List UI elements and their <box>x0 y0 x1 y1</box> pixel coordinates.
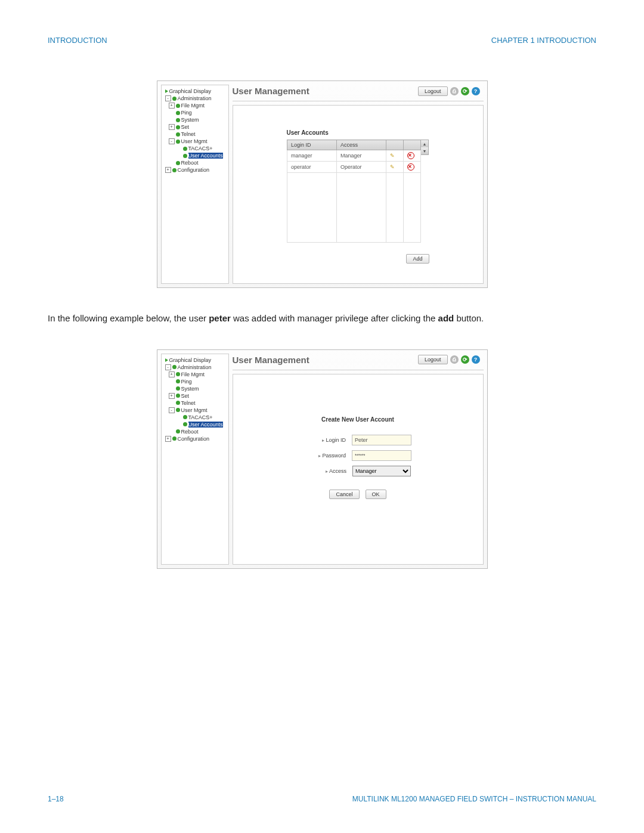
section-title: User Accounts <box>287 129 329 136</box>
page-title: User Management <box>233 86 309 96</box>
delete-icon[interactable]: ✕ <box>407 163 414 171</box>
play-icon <box>165 89 168 93</box>
page-title: User Management <box>233 355 309 365</box>
tree-tacacs[interactable]: TACACS+ <box>182 414 228 421</box>
bullet-icon <box>183 154 187 158</box>
tree-tacacs[interactable]: TACACS+ <box>182 145 228 152</box>
expand-icon[interactable]: + <box>169 393 175 399</box>
tree-telnet[interactable]: Telnet <box>175 131 228 138</box>
bullet-icon <box>183 147 187 151</box>
ok-button[interactable]: OK <box>366 490 386 499</box>
expand-icon[interactable]: + <box>165 436 171 442</box>
tree-system[interactable]: System <box>175 116 228 123</box>
tree-ping[interactable]: Ping <box>175 109 228 116</box>
col-access-header[interactable]: Access <box>337 140 386 150</box>
nav-tree: Graphical Display - Administration + Fil… <box>161 354 229 565</box>
header-right: CHAPTER 1 INTRODUCTION <box>491 36 596 45</box>
scrollbar[interactable]: ▲ ▼ <box>421 140 429 155</box>
help-icon[interactable]: ? <box>472 355 480 364</box>
help-icon[interactable]: ? <box>472 87 480 95</box>
expand-icon[interactable]: + <box>169 103 175 109</box>
bullet-icon <box>176 118 180 122</box>
user-accounts-table: Login ID Access manager Manager ✎ ✕ <box>287 140 421 243</box>
collapse-icon[interactable]: - <box>169 138 175 144</box>
bullet-icon <box>183 415 187 419</box>
tree-set[interactable]: + Set <box>168 392 228 400</box>
tree-administration[interactable]: - Administration <box>164 364 228 371</box>
bullet-icon <box>176 161 180 165</box>
table-empty-space <box>287 173 421 243</box>
refresh-icon[interactable]: ⟳ <box>461 355 469 364</box>
label-password: Password <box>304 453 346 459</box>
access-select[interactable]: Manager <box>352 466 411 476</box>
bullet-icon <box>176 401 180 405</box>
delete-icon[interactable]: ✕ <box>407 152 414 159</box>
tree-telnet[interactable]: Telnet <box>175 400 228 407</box>
tree-user-mgmt[interactable]: - User Mgmt <box>168 407 228 414</box>
table-header-row: Login ID Access <box>287 140 421 150</box>
save-icon[interactable]: ⎙ <box>450 87 459 95</box>
tree-administration[interactable]: - Administration <box>164 95 228 102</box>
bullet-icon <box>176 104 180 108</box>
tree-reboot[interactable]: Reboot <box>175 428 228 435</box>
tree-graphical-display[interactable]: Graphical Display <box>164 88 228 95</box>
tree-configuration[interactable]: + Configuration <box>164 166 228 174</box>
bullet-icon <box>176 429 180 433</box>
screenshot-create-user: Graphical Display - Administration + Fil… <box>157 349 488 569</box>
tree-reboot[interactable]: Reboot <box>175 159 228 166</box>
expand-icon[interactable]: + <box>169 124 175 130</box>
bullet-icon <box>176 111 180 115</box>
tree-user-accounts[interactable]: User Accounts <box>182 152 228 159</box>
tree-system[interactable]: System <box>175 385 228 392</box>
expand-icon[interactable]: + <box>169 371 175 377</box>
bullet-icon <box>176 379 180 383</box>
bullet-icon <box>176 140 180 144</box>
tree-configuration[interactable]: + Configuration <box>164 435 228 442</box>
bullet-icon <box>172 168 177 172</box>
edit-icon[interactable]: ✎ <box>390 164 395 170</box>
footer-manual-title: MULTILINK ML1200 MANAGED FIELD SWITCH – … <box>352 795 596 803</box>
play-icon <box>165 358 168 362</box>
tree-user-mgmt[interactable]: - User Mgmt <box>168 138 228 145</box>
logout-button[interactable]: Logout <box>418 355 448 364</box>
tree-user-accounts[interactable]: User Accounts <box>182 421 228 428</box>
refresh-icon[interactable]: ⟳ <box>461 87 469 95</box>
expand-icon[interactable]: + <box>165 167 171 173</box>
tree-set[interactable]: + Set <box>168 123 228 131</box>
bullet-icon <box>176 372 180 376</box>
body-text: In the following example below, the user… <box>48 312 596 326</box>
login-id-input[interactable] <box>352 435 411 445</box>
table-row[interactable]: operator Operator ✎ ✕ <box>287 162 421 173</box>
screenshot-user-accounts: Graphical Display - Administration + Fil… <box>157 80 488 288</box>
footer-page-number: 1–18 <box>48 795 64 803</box>
tree-graphical-display[interactable]: Graphical Display <box>164 357 228 364</box>
tree-file-mgmt[interactable]: + File Mgmt <box>168 371 228 378</box>
add-button[interactable]: Add <box>406 254 429 264</box>
label-login: Login ID <box>304 437 346 443</box>
password-input[interactable] <box>352 450 411 461</box>
save-icon[interactable]: ⎙ <box>450 355 459 364</box>
bullet-icon <box>176 132 180 137</box>
scroll-down-icon[interactable]: ▼ <box>421 147 428 154</box>
bullet-icon <box>176 386 180 391</box>
tree-ping[interactable]: Ping <box>175 378 228 385</box>
scroll-up-icon[interactable]: ▲ <box>421 140 428 147</box>
logout-button[interactable]: Logout <box>418 86 448 96</box>
bullet-icon <box>172 365 177 369</box>
header-left: INTRODUCTION <box>48 36 107 45</box>
bullet-icon <box>183 422 187 426</box>
bullet-icon <box>176 125 180 129</box>
collapse-icon[interactable]: - <box>165 95 171 101</box>
bullet-icon <box>176 394 180 398</box>
col-login-header[interactable]: Login ID <box>287 140 337 150</box>
collapse-icon[interactable]: - <box>169 407 175 413</box>
bullet-icon <box>172 436 177 441</box>
cancel-button[interactable]: Cancel <box>329 490 359 499</box>
table-row[interactable]: manager Manager ✎ ✕ <box>287 150 421 162</box>
tree-file-mgmt[interactable]: + File Mgmt <box>168 102 228 109</box>
label-access: Access <box>305 468 346 474</box>
edit-icon[interactable]: ✎ <box>390 153 395 159</box>
collapse-icon[interactable]: - <box>165 364 171 370</box>
bullet-icon <box>176 408 180 412</box>
form-title: Create New User Account <box>321 416 394 423</box>
